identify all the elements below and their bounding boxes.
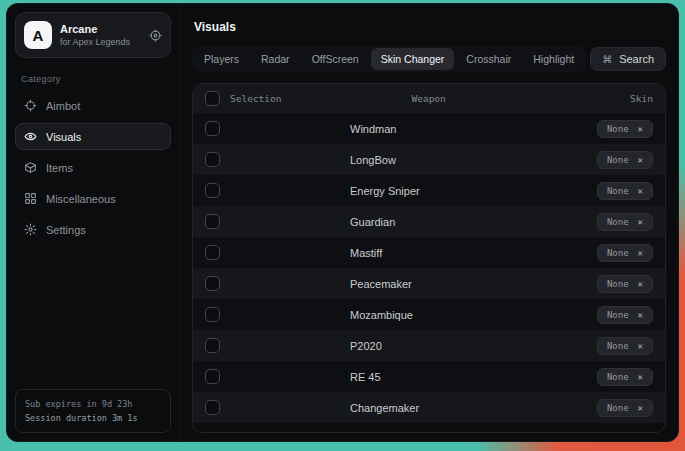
table-body: Windman None ✕ LongBow None ✕ Energy Sni… <box>193 113 665 423</box>
target-icon[interactable] <box>149 29 162 42</box>
box-icon <box>24 161 37 174</box>
tab-offscreen[interactable]: OffScreen <box>302 48 369 70</box>
skin-selector[interactable]: None ✕ <box>597 337 653 355</box>
app-window: A Arcane for Apex Legends Category Aimbo… <box>6 3 679 442</box>
table-row: Guardian None ✕ <box>193 206 665 237</box>
table-row: Energy Sniper None ✕ <box>193 175 665 206</box>
skin-value: None <box>607 279 629 289</box>
row-checkbox[interactable] <box>205 214 220 229</box>
skin-selector[interactable]: None ✕ <box>597 368 653 386</box>
skin-selector[interactable]: None ✕ <box>597 399 653 417</box>
tab-crosshair[interactable]: Crosshair <box>456 48 521 70</box>
table-row: Windman None ✕ <box>193 113 665 144</box>
header-skin: Skin <box>630 93 653 104</box>
skin-selector[interactable]: None ✕ <box>597 275 653 293</box>
crosshair-icon <box>24 99 37 112</box>
skin-value: None <box>607 310 629 320</box>
search-button-label: Search <box>619 53 654 65</box>
weapon-name: Peacemaker <box>350 278 597 290</box>
sidebar-item-settings[interactable]: Settings <box>15 216 171 243</box>
row-checkbox[interactable] <box>205 276 220 291</box>
table-row: P2020 None ✕ <box>193 330 665 361</box>
table-row: Peacemaker None ✕ <box>193 268 665 299</box>
app-name: Arcane <box>60 23 141 36</box>
toolbar: PlayersRadarOffScreenSkin ChangerCrossha… <box>192 46 666 72</box>
skin-value: None <box>607 124 629 134</box>
row-checkbox[interactable] <box>205 369 220 384</box>
clear-skin-icon[interactable]: ✕ <box>638 124 643 134</box>
category-label: Category <box>21 74 165 84</box>
clear-skin-icon[interactable]: ✕ <box>638 372 643 382</box>
tab-skin-changer[interactable]: Skin Changer <box>371 48 455 70</box>
row-checkbox[interactable] <box>205 121 220 136</box>
row-checkbox[interactable] <box>205 307 220 322</box>
weapon-name: Windman <box>350 123 597 135</box>
app-header-card: A Arcane for Apex Legends <box>15 12 171 58</box>
table-header-row: Selection Weapon Skin <box>193 84 665 113</box>
clear-skin-icon[interactable]: ✕ <box>638 217 643 227</box>
header-selection: Selection <box>230 93 281 104</box>
weapon-name: Changemaker <box>350 402 597 414</box>
skin-value: None <box>607 341 629 351</box>
sub-expires-text: Sub expires in 9d 23h <box>25 397 161 411</box>
tab-players[interactable]: Players <box>194 48 249 70</box>
skin-selector[interactable]: None ✕ <box>597 244 653 262</box>
sidebar-item-aimbot[interactable]: Aimbot <box>15 92 171 119</box>
skin-value: None <box>607 217 629 227</box>
skin-selector[interactable]: None ✕ <box>597 151 653 169</box>
subscription-card: Sub expires in 9d 23h Session duration 3… <box>15 389 171 433</box>
skin-value: None <box>607 403 629 413</box>
row-checkbox[interactable] <box>205 245 220 260</box>
clear-skin-icon[interactable]: ✕ <box>638 341 643 351</box>
main-panel: Visuals PlayersRadarOffScreenSkin Change… <box>179 4 678 441</box>
row-checkbox[interactable] <box>205 338 220 353</box>
sidebar-item-miscellaneous[interactable]: Miscellaneous <box>15 185 171 212</box>
session-duration-text: Session duration 3m 1s <box>25 411 161 425</box>
app-logo: A <box>24 21 52 49</box>
tab-bar: PlayersRadarOffScreenSkin ChangerCrossha… <box>192 46 586 72</box>
skin-selector[interactable]: None ✕ <box>597 182 653 200</box>
sidebar-item-items[interactable]: Items <box>15 154 171 181</box>
app-subtitle: for Apex Legends <box>60 36 141 48</box>
eye-icon <box>24 130 37 143</box>
clear-skin-icon[interactable]: ✕ <box>638 279 643 289</box>
table-row: RE 45 None ✕ <box>193 361 665 392</box>
command-key-icon: ⌘ <box>602 54 612 65</box>
sidebar-item-label: Items <box>46 162 73 174</box>
weapon-name: Mastiff <box>350 247 597 259</box>
header-weapon: Weapon <box>411 93 630 104</box>
skin-value: None <box>607 248 629 258</box>
sidebar-spacer <box>15 243 171 389</box>
skin-value: None <box>607 372 629 382</box>
sidebar-item-label: Miscellaneous <box>46 193 116 205</box>
clear-skin-icon[interactable]: ✕ <box>638 155 643 165</box>
clear-skin-icon[interactable]: ✕ <box>638 310 643 320</box>
row-checkbox[interactable] <box>205 400 220 415</box>
app-meta: Arcane for Apex Legends <box>60 23 141 48</box>
table-row: Mozambique None ✕ <box>193 299 665 330</box>
sidebar-item-label: Aimbot <box>46 100 80 112</box>
clear-skin-icon[interactable]: ✕ <box>638 186 643 196</box>
clear-skin-icon[interactable]: ✕ <box>638 248 643 258</box>
tab-radar[interactable]: Radar <box>251 48 300 70</box>
search-button[interactable]: ⌘ Search <box>590 47 666 71</box>
select-all-checkbox[interactable] <box>205 91 220 106</box>
row-checkbox[interactable] <box>205 183 220 198</box>
grid-icon <box>24 192 37 205</box>
tab-highlight[interactable]: Highlight <box>523 48 584 70</box>
skin-selector[interactable]: None ✕ <box>597 120 653 138</box>
weapon-name: Energy Sniper <box>350 185 597 197</box>
clear-skin-icon[interactable]: ✕ <box>638 403 643 413</box>
weapon-name: LongBow <box>350 154 597 166</box>
sidebar-item-label: Visuals <box>46 131 81 143</box>
skin-selector[interactable]: None ✕ <box>597 306 653 324</box>
weapon-table: Selection Weapon Skin Windman None ✕ Lon… <box>192 83 666 433</box>
row-checkbox[interactable] <box>205 152 220 167</box>
sidebar-item-visuals[interactable]: Visuals <box>15 123 171 150</box>
weapon-name: P2020 <box>350 340 597 352</box>
weapon-name: RE 45 <box>350 371 597 383</box>
sidebar-item-label: Settings <box>46 224 86 236</box>
skin-selector[interactable]: None ✕ <box>597 213 653 231</box>
weapon-name: Guardian <box>350 216 597 228</box>
table-row: Mastiff None ✕ <box>193 237 665 268</box>
